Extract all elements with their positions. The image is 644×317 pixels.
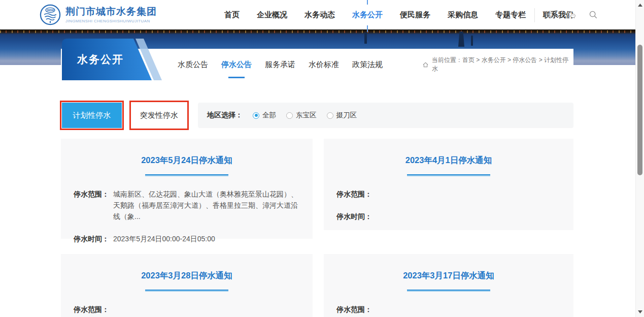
scroll-down-arrow-icon[interactable] — [636, 308, 644, 316]
home-icon — [422, 61, 429, 68]
subnav-item-service-promise[interactable]: 服务承诺 — [265, 49, 295, 80]
notice-scope-row: 停水范围： — [324, 188, 573, 200]
search-icon[interactable] — [589, 10, 598, 19]
nav-item-services[interactable]: 便民服务 — [399, 10, 431, 20]
site-logo[interactable]: JMSW 荆门市城市水务集团 JINGMENSHI CHENGSHISHUIWU… — [40, 4, 157, 25]
nav-item-topics[interactable]: 专题专栏 — [494, 10, 527, 20]
nav-item-company[interactable]: 企业概况 — [256, 10, 288, 20]
nav-item-disclosure[interactable]: 水务公开 — [351, 10, 384, 20]
subnav-item-water-quality[interactable]: 水质公告 — [178, 49, 208, 80]
bridge-silhouette — [364, 33, 367, 44]
bridge-silhouette — [471, 36, 473, 46]
phone-icon[interactable] — [544, 10, 553, 19]
annotation-box-sudden-tab: 突发性停水 — [129, 101, 189, 130]
scope-label: 停水范围： — [336, 304, 376, 315]
banner-city-lights — [0, 30, 635, 33]
section-subnav: 水质公告 停水公告 服务承诺 水价标准 政策法规 — [178, 49, 383, 80]
region-radio-all[interactable]: 全部 — [253, 111, 276, 120]
notice-time-row: 停水时间： 2023年5月24日00:00-24日05:00 — [61, 233, 313, 244]
scope-label: 停水范围： — [336, 188, 376, 200]
notice-card: 2023年5月24日停水通知 停水范围： 城南新区、亿达花园、象山大道（奥林雅苑… — [61, 139, 313, 239]
title-underline — [407, 290, 490, 292]
vertical-scrollbar[interactable] — [635, 0, 644, 317]
title-underline — [145, 174, 228, 176]
tab-sudden-outage[interactable]: 突发性停水 — [131, 103, 187, 128]
notice-card: 2023年4月1日停水通知 停水范围： 停水时间： — [324, 139, 573, 230]
subnav-item-outage-notice[interactable]: 停水公告 — [221, 49, 252, 80]
notice-scope-row: 停水范围： — [61, 304, 313, 315]
radio-selected-icon[interactable] — [253, 112, 259, 119]
nav-item-procurement[interactable]: 采购信息 — [447, 10, 479, 20]
scope-label: 停水范围： — [74, 304, 113, 315]
region-radio-duodao[interactable]: 掇刀区 — [327, 111, 357, 120]
bridge-silhouette — [458, 31, 464, 47]
radio-unselected-icon[interactable] — [327, 112, 333, 119]
notice-scope-row: 停水范围： 城南新区、亿达花园、象山大道（奥林雅苑至景山花园）、天鹅路（福寿居至… — [61, 188, 313, 222]
notice-card: 2023年3月17日停水通知 停水范围： — [324, 254, 573, 317]
region-filter-label: 地区选择： — [207, 111, 243, 120]
nav-item-news[interactable]: 水务动态 — [303, 10, 336, 20]
breadcrumb-text[interactable]: 当前位置：首页 > 水务公开 > 停水公告 > 计划性停水 — [432, 56, 574, 73]
logo-subtitle: JINGMENSHI CHENGSHISHUIWUJITUAN — [65, 19, 157, 23]
tab-planned-outage[interactable]: 计划性停水 — [62, 103, 122, 128]
scope-value — [376, 304, 565, 315]
section-title-block: 水务公开 — [62, 39, 163, 80]
time-value — [376, 211, 565, 222]
scope-value — [113, 304, 304, 315]
title-underline — [407, 174, 490, 176]
scrollbar-thumb[interactable] — [637, 45, 642, 175]
site-header: JMSW 荆门市城市水务集团 JINGMENSHI CHENGSHISHUIWU… — [0, 0, 635, 29]
page: JMSW 荆门市城市水务集团 JINGMENSHI CHENGSHISHUIWU… — [0, 0, 644, 317]
logo-title: 荆门市城市水务集团 — [65, 6, 157, 17]
section-title: 水务公开 — [77, 52, 124, 67]
scroll-up-arrow-icon[interactable] — [636, 1, 644, 9]
time-label: 停水时间： — [74, 233, 113, 244]
header-icons — [544, 0, 598, 29]
logo-water-icon: JMSW — [40, 4, 61, 25]
breadcrumb: 当前位置：首页 > 水务公开 > 停水公告 > 计划性停水 — [422, 49, 574, 80]
notice-scope-row: 停水范围： — [324, 304, 573, 315]
nav-item-home[interactable]: 首页 — [223, 10, 241, 20]
annotation-box-planned-tab: 计划性停水 — [60, 101, 124, 130]
region-radio-dongbao[interactable]: 东宝区 — [286, 111, 317, 120]
subnav-item-water-price[interactable]: 水价标准 — [309, 49, 339, 80]
scope-value: 城南新区、亿达花园、象山大道（奥林雅苑至景山花园）、天鹅路（福寿居至漳河大道）、… — [113, 188, 304, 222]
scope-label: 停水范围： — [74, 188, 113, 222]
notice-time-row: 停水时间： — [324, 211, 573, 222]
subnav-item-policy[interactable]: 政策法规 — [352, 49, 383, 80]
svg-text:JMSW: JMSW — [46, 9, 54, 12]
notice-card: 2023年3月28日停水通知 停水范围： — [61, 254, 313, 317]
header-divider — [534, 8, 535, 22]
logo-text: 荆门市城市水务集团 JINGMENSHI CHENGSHISHUIWUJITUA… — [65, 6, 157, 23]
time-label: 停水时间： — [336, 211, 376, 222]
radio-unselected-icon[interactable] — [286, 112, 293, 119]
region-filter-bar: 地区选择： 全部 东宝区 掇刀区 — [198, 103, 573, 128]
main-nav: 首页 企业概况 水务动态 水务公开 便民服务 采购信息 专题专栏 联系我们 — [223, 0, 574, 29]
notice-title-link[interactable]: 2023年5月24日停水通知 — [61, 155, 313, 166]
wechat-icon[interactable] — [566, 10, 575, 19]
notice-title-link[interactable]: 2023年3月17日停水通知 — [324, 270, 573, 281]
time-value: 2023年5月24日00:00-24日05:00 — [113, 233, 304, 244]
scope-value — [376, 188, 565, 200]
notice-title-link[interactable]: 2023年4月1日停水通知 — [324, 155, 573, 166]
title-underline — [145, 290, 228, 292]
notice-title-link[interactable]: 2023年3月28日停水通知 — [61, 270, 313, 281]
